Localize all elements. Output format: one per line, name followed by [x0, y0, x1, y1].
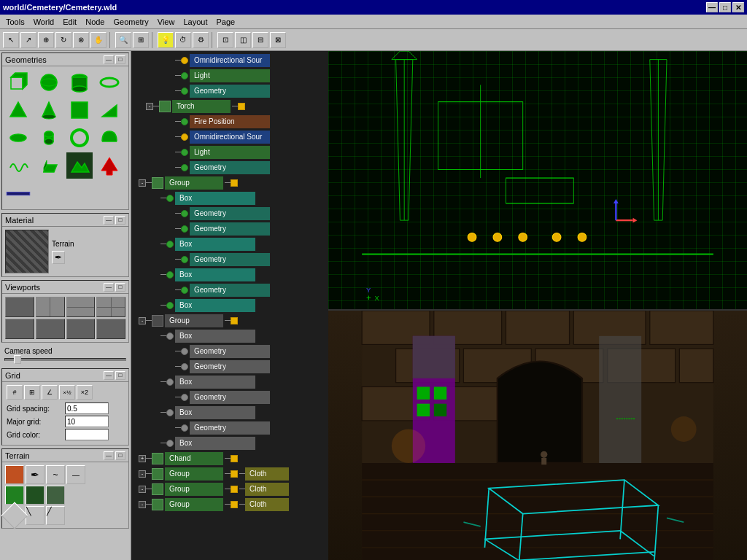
- node-geo1[interactable]: Geometry: [190, 85, 270, 98]
- tool-extra4[interactable]: ⊠: [270, 32, 286, 48]
- node-torch[interactable]: Torch: [172, 100, 231, 113]
- tree-row-box2[interactable]: Box: [131, 236, 328, 252]
- tool-pan[interactable]: ✋: [90, 32, 107, 48]
- terrain-maximize[interactable]: □: [115, 451, 125, 460]
- node-group1[interactable]: Group: [165, 176, 223, 190]
- node-cloth3[interactable]: Cloth: [245, 498, 289, 511]
- node-group4[interactable]: Group: [165, 483, 223, 496]
- bottom-viewport[interactable]: ▪▪▪▪▪▪▪▪: [328, 311, 747, 560]
- tree-row-geo4[interactable]: Geometry: [131, 221, 328, 236]
- geo-sphere[interactable]: [36, 69, 62, 96]
- tree-row-box5[interactable]: Box: [131, 328, 328, 343]
- close-button[interactable]: ✕: [732, 2, 744, 12]
- tree-row-geo1[interactable]: Geometry: [131, 83, 328, 98]
- group2-expand[interactable]: -: [139, 317, 146, 324]
- node-light1[interactable]: Light: [190, 69, 270, 82]
- grid-color-swatch[interactable]: [65, 429, 109, 440]
- layout-2v[interactable]: [36, 297, 65, 317]
- tree-row-box8[interactable]: Box: [131, 435, 328, 451]
- grid-minimize[interactable]: —: [104, 371, 114, 380]
- tool-settings[interactable]: ⚙: [193, 32, 209, 48]
- scene-tree[interactable]: Omnidirectional Sour Light Geome: [131, 51, 328, 560]
- grid-spacing-input[interactable]: [65, 402, 109, 414]
- tree-row-torch[interactable]: - Torch: [131, 98, 328, 114]
- tree-row-chand[interactable]: + Chand: [131, 451, 328, 466]
- layout-2h[interactable]: [66, 297, 96, 317]
- tree-row-group1[interactable]: - Group: [131, 175, 328, 190]
- tree-row-geo7[interactable]: Geometry: [131, 343, 328, 359]
- layout-alt4[interactable]: [96, 319, 125, 339]
- node-geo2[interactable]: Geometry: [190, 161, 270, 174]
- node-cloth2[interactable]: Cloth: [245, 483, 289, 496]
- chand-expand[interactable]: +: [139, 455, 146, 462]
- grid-toggle[interactable]: #: [7, 385, 23, 400]
- node-omni2[interactable]: Omnidirectional Sour: [190, 131, 270, 144]
- material-minimize[interactable]: —: [104, 216, 114, 225]
- layout-single[interactable]: [5, 297, 34, 317]
- node-group5[interactable]: Group: [165, 498, 223, 511]
- geo-cube[interactable]: [5, 69, 31, 96]
- maximize-button[interactable]: □: [719, 2, 731, 12]
- tool-extra2[interactable]: ◫: [235, 32, 251, 48]
- node-box6[interactable]: Box: [175, 376, 255, 389]
- tree-row-geo2[interactable]: Geometry: [131, 160, 328, 175]
- grid-snap[interactable]: ⊞: [24, 385, 40, 400]
- group4-expand[interactable]: -: [139, 486, 146, 493]
- tree-row-geo3[interactable]: Geometry: [131, 206, 328, 221]
- menu-view[interactable]: View: [153, 16, 179, 28]
- grid-maximize[interactable]: □: [115, 371, 125, 380]
- node-box5[interactable]: Box: [175, 330, 255, 343]
- menu-geometry[interactable]: Geometry: [109, 16, 152, 28]
- torch-expand[interactable]: -: [146, 103, 153, 110]
- geo-torus[interactable]: [96, 69, 123, 96]
- tool-extra3[interactable]: ⊟: [252, 32, 268, 48]
- geo-extrude[interactable]: [36, 152, 62, 179]
- grid-major-input[interactable]: [65, 416, 109, 427]
- menu-layout[interactable]: Layout: [179, 16, 212, 28]
- terrain-tool-flatten[interactable]: —: [66, 465, 85, 484]
- geometries-maximize[interactable]: □: [115, 55, 125, 64]
- geo-cone[interactable]: [36, 97, 62, 123]
- layout-alt1[interactable]: [5, 319, 34, 339]
- node-geo5[interactable]: Geometry: [190, 253, 270, 266]
- viewports-minimize[interactable]: —: [104, 283, 114, 292]
- tree-row-box4[interactable]: Box: [131, 298, 328, 313]
- node-geo10[interactable]: Geometry: [190, 421, 270, 435]
- node-fire[interactable]: Fire Position: [190, 115, 270, 128]
- tree-row-geo6[interactable]: Geometry: [131, 282, 328, 298]
- geo-dome[interactable]: [96, 125, 123, 151]
- tool-animate[interactable]: ⏱: [175, 32, 191, 48]
- tree-row-geo5[interactable]: Geometry: [131, 252, 328, 267]
- geo-plane[interactable]: [5, 180, 31, 206]
- geo-capsule[interactable]: [36, 125, 62, 151]
- tool-arrow[interactable]: ↖: [3, 32, 19, 48]
- tree-row-omni1[interactable]: Omnidirectional Sour: [131, 52, 328, 68]
- terrain-tool-cut1[interactable]: [1, 502, 28, 529]
- tree-row-box3[interactable]: Box: [131, 267, 328, 282]
- group3-expand[interactable]: -: [139, 470, 146, 478]
- terrain-tool-foliage[interactable]: [46, 486, 65, 505]
- layout-alt3[interactable]: [66, 319, 96, 339]
- geo-box[interactable]: [66, 97, 93, 123]
- terrain-tool-smooth[interactable]: ~: [46, 465, 65, 484]
- terrain-tool-grass[interactable]: [26, 486, 44, 505]
- node-box8[interactable]: Box: [175, 437, 255, 450]
- tree-row-group4[interactable]: - Group Cloth: [131, 481, 328, 497]
- node-cloth1[interactable]: Cloth: [245, 467, 289, 481]
- material-maximize[interactable]: □: [115, 216, 125, 225]
- tree-row-box1[interactable]: Box: [131, 190, 328, 206]
- geo-wedge[interactable]: [96, 97, 123, 123]
- terrain-tool-paint[interactable]: ✒: [26, 465, 44, 484]
- terrain-tool-cut3[interactable]: ╱: [46, 506, 65, 525]
- geo-terrain-icon[interactable]: [66, 152, 93, 179]
- node-box1[interactable]: Box: [175, 192, 255, 205]
- geo-disc[interactable]: [5, 125, 31, 151]
- tree-row-box6[interactable]: Box: [131, 374, 328, 389]
- geo-wave[interactable]: [5, 152, 31, 179]
- material-thumbnail[interactable]: [5, 230, 49, 273]
- layout-alt2[interactable]: [36, 319, 65, 339]
- tool-select[interactable]: ↗: [20, 32, 36, 48]
- minimize-button[interactable]: —: [706, 2, 718, 12]
- tree-row-light2[interactable]: Light: [131, 144, 328, 160]
- geo-arrow[interactable]: [96, 152, 123, 179]
